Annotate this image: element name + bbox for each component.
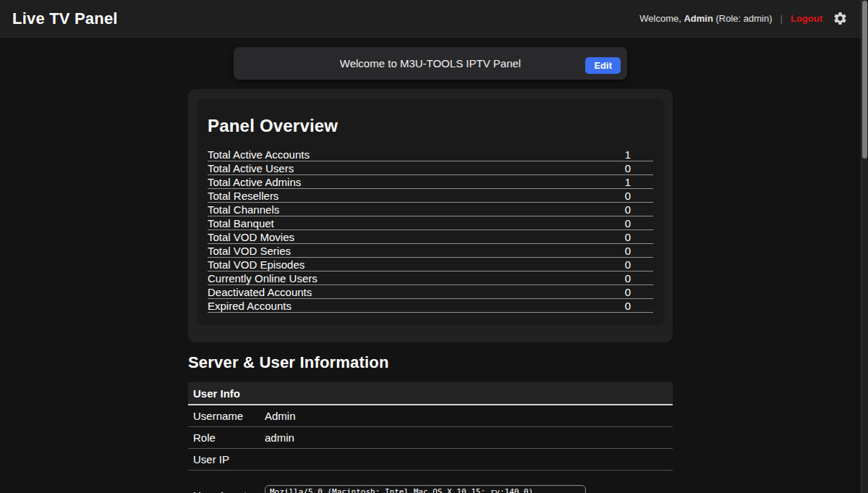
- panel-overview-title: Panel Overview: [208, 116, 653, 136]
- row-label: User IP: [193, 453, 265, 465]
- stat-value: 1: [625, 176, 653, 188]
- stat-row: Total VOD Episodes 0: [208, 258, 653, 271]
- user-agent-textarea[interactable]: Mozilla/5.0 (Macintosh; Intel Mac OS X 1…: [265, 485, 586, 493]
- row-label: Role: [193, 431, 265, 444]
- stat-value: 0: [625, 162, 653, 174]
- stat-label: Total Banquet: [208, 217, 274, 229]
- stat-label: Total Resellers: [208, 190, 278, 202]
- divider: |: [780, 13, 783, 24]
- stat-row: Total VOD Movies 0: [208, 230, 653, 244]
- stat-value: 0: [625, 286, 653, 298]
- stat-value: 0: [625, 190, 653, 202]
- panel-overview-card: Panel Overview Total Active Accounts 1 T…: [198, 99, 663, 324]
- header-right: Welcome, Admin (Role: admin) | Logout: [639, 11, 848, 26]
- table-row-username: Username Admin: [188, 405, 673, 427]
- stat-label: Deactivated Accounts: [208, 286, 312, 298]
- stat-label: Total Active Accounts: [208, 148, 310, 161]
- stat-value: 0: [625, 231, 653, 243]
- stat-row: Total Channels 0: [208, 203, 653, 216]
- stat-row: Total Banquet 0: [208, 216, 653, 230]
- stat-row: Deactivated Accounts 0: [208, 285, 653, 299]
- edit-button[interactable]: Edit: [585, 57, 621, 74]
- stat-label: Total Active Users: [208, 162, 294, 174]
- row-value: Admin: [265, 410, 296, 422]
- scrollbar-track[interactable]: [861, 0, 868, 493]
- stat-row: Total Active Users 0: [208, 161, 653, 175]
- row-label: User Agent: [193, 485, 265, 493]
- app-title: Live TV Panel: [12, 9, 118, 28]
- welcome-banner: Welcome to M3U-TOOLS IPTV Panel Edit: [234, 47, 627, 80]
- logout-link[interactable]: Logout: [791, 13, 822, 24]
- stat-value: 0: [625, 245, 653, 257]
- stat-label: Currently Online Users: [208, 272, 318, 285]
- server-user-section: Server & User Information User Info User…: [188, 353, 673, 493]
- welcome-role: (Role: admin): [713, 13, 773, 24]
- stat-value: 0: [625, 272, 653, 285]
- settings-gear-icon[interactable]: [833, 11, 848, 26]
- stat-row: Total Active Admins 1: [208, 175, 653, 189]
- row-label: Username: [193, 410, 265, 422]
- stat-value: 1: [625, 148, 653, 161]
- stat-label: Expired Accounts: [208, 300, 292, 312]
- server-user-title: Server & User Information: [188, 353, 673, 372]
- user-info-header: User Info: [188, 382, 673, 405]
- table-row-user-agent: User Agent Mozilla/5.0 (Macintosh; Intel…: [188, 471, 673, 493]
- stat-label: Total VOD Movies: [208, 231, 294, 243]
- stat-row: Expired Accounts 0: [208, 299, 653, 313]
- banner-text: Welcome to M3U-TOOLS IPTV Panel: [340, 57, 521, 69]
- header-bar: Live TV Panel Welcome, Admin (Role: admi…: [0, 0, 861, 38]
- stat-row: Total Active Accounts 1: [208, 148, 653, 161]
- page: Live TV Panel Welcome, Admin (Role: admi…: [0, 0, 861, 493]
- stat-label: Total VOD Episodes: [208, 258, 305, 271]
- stat-label: Total VOD Series: [208, 245, 291, 257]
- table-row-role: Role admin: [188, 427, 673, 449]
- stat-value: 0: [625, 300, 653, 312]
- stat-value: 0: [625, 217, 653, 229]
- stat-row: Total Resellers 0: [208, 189, 653, 203]
- stat-value: 0: [625, 203, 653, 216]
- row-value: admin: [265, 431, 294, 444]
- stat-row: Currently Online Users 0: [208, 271, 653, 285]
- stat-row: Total VOD Series 0: [208, 244, 653, 258]
- panel-overview-section: Panel Overview Total Active Accounts 1 T…: [188, 89, 673, 342]
- table-row-user-ip: User IP: [188, 449, 673, 471]
- welcome-username: Admin: [684, 13, 712, 24]
- stat-label: Total Active Admins: [208, 176, 301, 188]
- scrollbar-thumb[interactable]: [862, 1, 867, 159]
- welcome-prefix: Welcome,: [639, 13, 684, 24]
- stat-label: Total Channels: [208, 203, 279, 216]
- welcome-text: Welcome, Admin (Role: admin): [639, 13, 772, 24]
- stat-value: 0: [625, 258, 653, 271]
